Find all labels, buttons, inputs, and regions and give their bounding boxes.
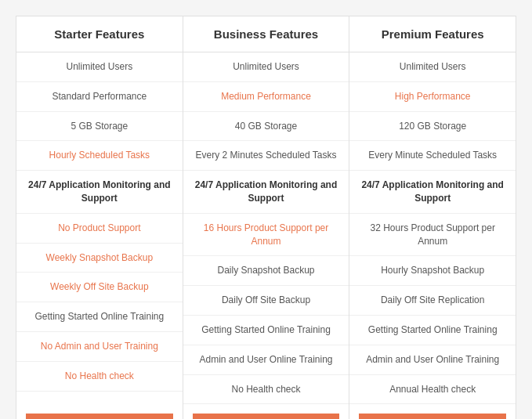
feature-row-premium-2: 120 GB Storage — [349, 112, 516, 142]
feature-row-starter-8: Getting Started Online Training — [16, 302, 183, 332]
feature-row-premium-3: Every Minute Scheduled Tasks — [349, 141, 516, 171]
feature-row-starter-1: Standard Performance — [16, 82, 183, 112]
plan-card-starter: Starter FeaturesUnlimited UsersStandard … — [16, 16, 183, 419]
feature-row-business-9: Admin and User Online Training — [183, 345, 349, 375]
try-now-button-premium[interactable]: TRY NOW — [359, 414, 506, 419]
plan-title-starter: Starter Features — [24, 27, 175, 41]
feature-row-starter-2: 5 GB Storage — [16, 112, 183, 142]
plan-header-starter: Starter Features — [16, 16, 183, 52]
feature-row-premium-6: Hourly Snapshot Backup — [349, 256, 516, 286]
try-now-button-business[interactable]: TRY NOW — [193, 414, 340, 419]
feature-row-premium-9: Admin and User Online Training — [349, 345, 516, 375]
plan-card-premium: Premium FeaturesUnlimited UsersHigh Perf… — [349, 16, 516, 419]
feature-row-business-1: Medium Performance — [183, 82, 349, 112]
feature-row-business-4: 24/7 Application Monitoring and Support — [183, 171, 349, 214]
feature-row-starter-0: Unlimited Users — [16, 52, 183, 82]
plan-title-business: Business Features — [191, 27, 342, 41]
plan-footer-starter: TRY NOW — [16, 404, 183, 419]
feature-row-starter-7: Weekly Off Site Backup — [16, 273, 183, 302]
feature-row-premium-7: Daily Off Site Replication — [349, 286, 516, 316]
plan-header-business: Business Features — [183, 16, 349, 52]
feature-row-business-0: Unlimited Users — [183, 52, 349, 82]
feature-row-premium-0: Unlimited Users — [349, 52, 516, 82]
feature-row-starter-9: No Admin and User Training — [16, 332, 183, 362]
feature-row-starter-6: Weekly Snapshot Backup — [16, 244, 183, 273]
plan-header-premium: Premium Features — [349, 16, 516, 52]
feature-row-business-7: Daily Off Site Backup — [183, 286, 349, 316]
pricing-container: Starter FeaturesUnlimited UsersStandard … — [16, 16, 516, 419]
feature-row-starter-4: 24/7 Application Monitoring and Support — [16, 171, 183, 214]
feature-row-business-5: 16 Hours Product Support per Annum — [183, 214, 349, 257]
feature-row-starter-5: No Product Support — [16, 214, 183, 244]
feature-row-premium-8: Getting Started Online Training — [349, 316, 516, 345]
plan-card-business: Business FeaturesUnlimited UsersMedium P… — [183, 16, 349, 419]
feature-row-business-6: Daily Snapshot Backup — [183, 256, 349, 286]
feature-row-business-8: Getting Started Online Training — [183, 316, 349, 345]
feature-row-business-3: Every 2 Minutes Scheduled Tasks — [183, 141, 349, 171]
feature-row-premium-4: 24/7 Application Monitoring and Support — [349, 171, 516, 214]
feature-row-starter-10: No Health check — [16, 362, 183, 392]
feature-row-premium-10: Annual Health check — [349, 375, 516, 405]
plan-title-premium: Premium Features — [357, 27, 508, 41]
feature-row-starter-3: Hourly Scheduled Tasks — [16, 141, 183, 171]
try-now-button-starter[interactable]: TRY NOW — [26, 414, 173, 419]
feature-row-business-10: No Health check — [183, 375, 349, 405]
feature-row-business-2: 40 GB Storage — [183, 112, 349, 142]
feature-row-premium-5: 32 Hours Product Support per Annum — [349, 214, 516, 257]
plan-footer-business: TRY NOW — [183, 404, 349, 419]
feature-row-premium-1: High Performance — [349, 82, 516, 112]
plan-footer-premium: TRY NOW — [349, 404, 516, 419]
